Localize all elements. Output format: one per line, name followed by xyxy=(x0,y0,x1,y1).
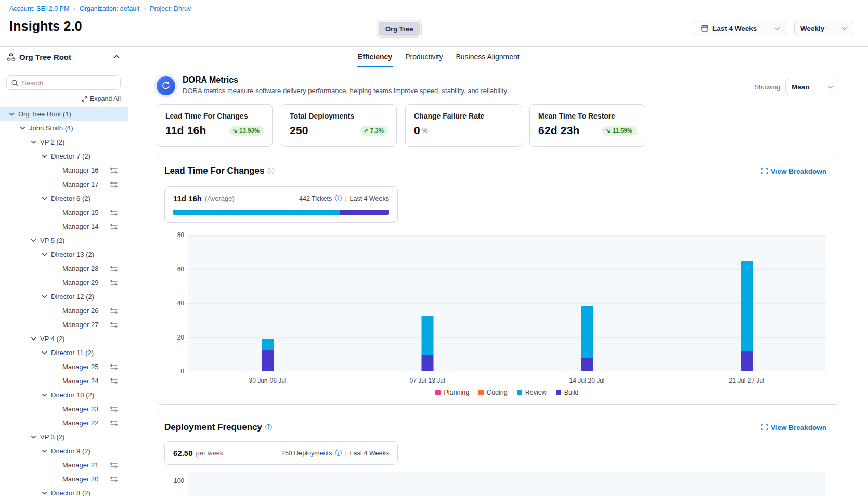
expand-corners-icon xyxy=(761,168,768,174)
tree-item-manager-27[interactable]: Manager 27 xyxy=(0,318,128,332)
filter-sliders-icon[interactable] xyxy=(110,406,118,412)
chevron-down-icon[interactable] xyxy=(42,351,47,355)
tree-item-manager-14[interactable]: Manager 14 xyxy=(0,219,128,233)
bar-segment-review xyxy=(581,306,593,358)
tree-item-john-smith-4[interactable]: John Smith (4) xyxy=(0,121,128,135)
chevron-down-icon[interactable] xyxy=(31,337,36,341)
tree-item-manager-16[interactable]: Manager 16 xyxy=(0,163,128,177)
filter-sliders-icon[interactable] xyxy=(110,420,118,426)
main-area: EfficiencyProductivityBusiness Alignment… xyxy=(128,47,868,496)
filter-sliders-icon[interactable] xyxy=(110,322,118,328)
info-icon[interactable]: ⓘ xyxy=(265,424,272,431)
chevron-down-icon[interactable] xyxy=(42,197,47,200)
chevron-down-icon[interactable] xyxy=(31,140,36,144)
legend-item-planning[interactable]: Planning xyxy=(435,389,469,396)
search-input[interactable] xyxy=(22,79,115,87)
chevron-down-icon[interactable] xyxy=(31,435,36,439)
tab-productivity[interactable]: Productivity xyxy=(404,47,444,67)
legend-item-coding[interactable]: Coding xyxy=(478,389,508,396)
info-icon[interactable]: ⓘ xyxy=(335,450,342,456)
tree-item-vp-4-2[interactable]: VP 4 (2) xyxy=(0,332,128,346)
tree-item-manager-15[interactable]: Manager 15 xyxy=(0,205,128,219)
bar-segment-build xyxy=(262,350,274,371)
tab-business-alignment[interactable]: Business Alignment xyxy=(455,47,521,67)
expand-all-link[interactable]: Expand All xyxy=(82,95,121,102)
tree-item-vp-3-2[interactable]: VP 3 (2) xyxy=(0,430,128,444)
tree-item-manager-25[interactable]: Manager 25 xyxy=(0,360,128,374)
sidebar-collapse-button[interactable] xyxy=(112,54,121,60)
chevron-down-icon[interactable] xyxy=(42,491,47,495)
tree-item-manager-29[interactable]: Manager 29 xyxy=(0,276,128,290)
date-range-select[interactable]: Last 4 Weeks xyxy=(695,20,786,36)
tree-item-director-8-2[interactable]: Director 8 (2) xyxy=(0,486,128,496)
breadcrumb-account[interactable]: Account: SEI 2.0 PM xyxy=(9,5,69,12)
dora-metric-cards: Lead Time For Changes11d 16h↘13.93%Total… xyxy=(157,104,839,147)
tree-item-manager-17[interactable]: Manager 17 xyxy=(0,177,128,191)
tree-item-label: Manager 24 xyxy=(62,377,98,385)
bar-21-jul-27-jul[interactable] xyxy=(741,261,753,371)
filter-sliders-icon[interactable] xyxy=(110,476,118,482)
tree-item-label: Manager 14 xyxy=(62,223,98,230)
filter-sliders-icon[interactable] xyxy=(110,308,118,314)
deployment-title: Deployment Frequency xyxy=(164,422,262,433)
tree-item-director-9-2[interactable]: Director 9 (2) xyxy=(0,444,128,458)
aggregation-select[interactable]: Mean xyxy=(785,79,839,95)
filter-sliders-icon[interactable] xyxy=(110,462,118,468)
info-icon[interactable]: ⓘ xyxy=(267,168,274,175)
calendar-icon xyxy=(701,24,708,32)
bar-30-jun-06-jul[interactable] xyxy=(262,339,274,371)
tree-item-manager-24[interactable]: Manager 24 xyxy=(0,374,128,388)
chevron-down-icon[interactable] xyxy=(20,126,25,130)
chevron-down-icon[interactable] xyxy=(42,295,47,298)
granularity-select[interactable]: Weekly xyxy=(794,20,853,36)
bar-14-jul-20-jul[interactable] xyxy=(581,306,593,371)
tab-efficiency[interactable]: Efficiency xyxy=(357,47,393,67)
chevron-down-icon[interactable] xyxy=(31,239,36,242)
tree-item-manager-23[interactable]: Manager 23 xyxy=(0,402,128,416)
chevron-down-icon[interactable] xyxy=(9,112,15,116)
tree-item-director-12-2[interactable]: Director 12 (2) xyxy=(0,290,128,304)
tree-item-director-6-2[interactable]: Director 6 (2) xyxy=(0,191,128,205)
legend-item-build[interactable]: Build xyxy=(556,389,579,396)
tree-item-manager-26[interactable]: Manager 26 xyxy=(0,304,128,318)
chevron-down-icon[interactable] xyxy=(42,253,47,256)
filter-sliders-icon[interactable] xyxy=(110,266,118,272)
metric-unit: % xyxy=(422,127,428,134)
breadcrumb-organization[interactable]: Organization: default xyxy=(80,5,139,12)
legend-swatch xyxy=(435,390,441,395)
tree-item-director-10-2[interactable]: Director 10 (2) xyxy=(0,388,128,402)
lead-time-average-value: 11d 16h xyxy=(173,194,202,203)
filter-sliders-icon[interactable] xyxy=(110,224,118,230)
tree-item-vp-5-2[interactable]: VP 5 (2) xyxy=(0,233,128,247)
bar-07-jul-13-jul[interactable] xyxy=(421,316,433,371)
lead-time-view-breakdown-link[interactable]: View Breakdown xyxy=(761,167,826,175)
deployment-view-breakdown-link[interactable]: View Breakdown xyxy=(761,424,826,432)
chevron-down-icon[interactable] xyxy=(42,393,47,397)
chevron-down-icon[interactable] xyxy=(42,154,47,158)
legend-item-review[interactable]: Review xyxy=(517,389,547,396)
filter-sliders-icon[interactable] xyxy=(110,378,118,384)
tree-item-manager-20[interactable]: Manager 20 xyxy=(0,472,128,486)
chevron-down-icon[interactable] xyxy=(42,449,47,453)
gridline xyxy=(188,235,826,236)
filter-sliders-icon[interactable] xyxy=(110,210,118,216)
org-tree-toggle-button[interactable]: Org Tree xyxy=(379,22,420,36)
filter-sliders-icon[interactable] xyxy=(110,364,118,370)
tree-item-org-tree-root-1[interactable]: Org Tree Root (1) xyxy=(0,107,128,121)
tree-item-manager-21[interactable]: Manager 21 xyxy=(0,458,128,472)
lead-time-stage-bar[interactable] xyxy=(173,210,389,215)
tree-item-director-7-2[interactable]: Director 7 (2) xyxy=(0,149,128,163)
breadcrumb-project[interactable]: Project: Dhruv xyxy=(150,5,191,12)
filter-sliders-icon[interactable] xyxy=(110,181,118,188)
tree-item-director-11-2[interactable]: Director 11 (2) xyxy=(0,346,128,360)
tree-item-manager-28[interactable]: Manager 28 xyxy=(0,262,128,276)
tree-item-director-13-2[interactable]: Director 13 (2) xyxy=(0,247,128,262)
tree-item-label: Manager 15 xyxy=(62,208,98,216)
tree-item-manager-22[interactable]: Manager 22 xyxy=(0,416,128,430)
filter-sliders-icon[interactable] xyxy=(110,280,118,286)
deployment-summary-box: 62.50 per week 250 Deployments ⓘ | Last … xyxy=(164,441,398,465)
sidebar-search xyxy=(6,75,121,90)
filter-sliders-icon[interactable] xyxy=(110,167,118,174)
info-icon[interactable]: ⓘ xyxy=(335,195,342,202)
tree-item-vp-2-2[interactable]: VP 2 (2) xyxy=(0,135,128,149)
